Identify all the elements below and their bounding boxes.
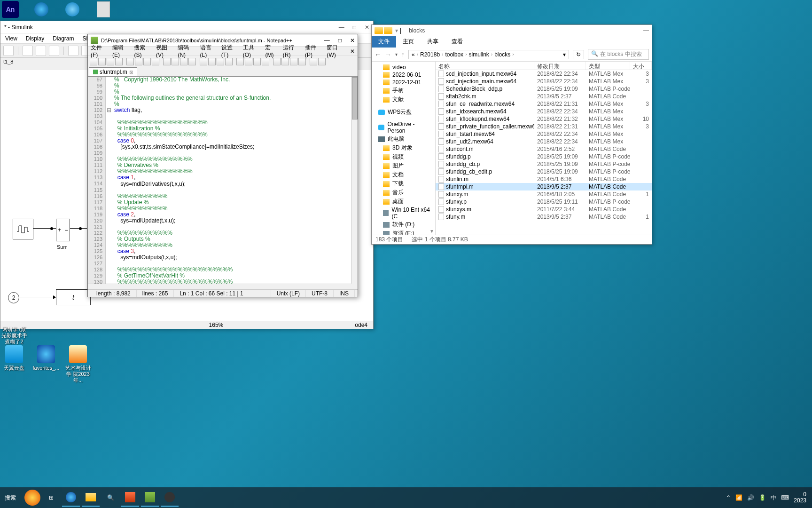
toolbar-button[interactable] xyxy=(163,58,171,65)
toolbar-button[interactable] xyxy=(208,58,216,65)
clock[interactable]: 0 2023 xyxy=(794,492,806,504)
solver-label[interactable]: ode4 xyxy=(355,322,367,328)
simulink-titlebar[interactable]: * - Simulink — □ ✕ xyxy=(0,21,373,33)
ribbon-tab[interactable]: 主页 xyxy=(396,36,421,48)
menu-item[interactable]: 窗口(W) xyxy=(327,44,345,58)
close-tab-icon[interactable]: ⊠ xyxy=(129,70,133,75)
file-row[interactable]: sfun_kflookupnd.mexw642018/8/22 21:32MAT… xyxy=(436,115,652,123)
search-input[interactable]: 🔍在 blocks 中搜索 xyxy=(588,49,649,60)
obs-taskbar-icon[interactable] xyxy=(161,489,179,507)
menu-item[interactable]: 视图(V) xyxy=(156,44,173,58)
desktop-icon-edge[interactable]: favorites_... xyxy=(32,345,60,384)
back-button[interactable]: ← xyxy=(375,51,381,58)
desktop-icon-folder[interactable]: 艺术与设计学 院2023年... xyxy=(64,345,92,384)
menu-item[interactable]: View xyxy=(5,35,17,42)
menu-item[interactable]: 文件(F) xyxy=(91,44,108,58)
signal-generator-block[interactable] xyxy=(13,219,33,239)
sidebar-item[interactable]: 资源 (E:) xyxy=(372,229,435,235)
task-view-icon[interactable]: ⊞ xyxy=(42,489,60,507)
file-row[interactable]: SchedulerBlock_ddg.p2018/5/25 19:09MATLA… xyxy=(436,85,652,93)
sidebar-item[interactable]: 图片 xyxy=(372,161,435,170)
explorer-ribbon-tabs[interactable]: 文件主页共享查看 xyxy=(372,36,652,48)
breadcrumb[interactable]: «›R2018b›toolbox›simulink›blocks›▾ xyxy=(408,50,569,59)
maximize-button[interactable]: □ xyxy=(353,24,356,31)
toolbar-button[interactable] xyxy=(236,58,244,65)
toolbar-button[interactable] xyxy=(115,58,123,65)
recent-button[interactable]: ▾ xyxy=(395,52,398,57)
zoom-level[interactable]: 165% xyxy=(209,322,224,328)
horizontal-scrollbar[interactable] xyxy=(88,284,351,289)
camera-app-icon[interactable] xyxy=(33,1,50,18)
file-row[interactable]: sfun_tstart.mexw642018/8/22 22:34MATLAB … xyxy=(436,130,652,138)
sidebar-item[interactable]: 2022-12-01 xyxy=(372,79,435,86)
menu-item[interactable]: 编辑(E) xyxy=(112,44,130,58)
sidebar-item[interactable]: video xyxy=(372,64,435,71)
toolbar-button[interactable] xyxy=(126,58,134,65)
npp-tabbar[interactable]: sfuntmpl.m ⊠ xyxy=(88,67,358,77)
sidebar-item[interactable]: 2022-06-01 xyxy=(372,71,435,79)
file-row[interactable]: sfunddg_cb_edit.p2018/5/25 19:09MATLAB P… xyxy=(436,168,652,175)
sidebar-item[interactable]: WPS云盘 xyxy=(372,108,435,117)
toolbar-button[interactable] xyxy=(318,58,326,65)
toolbar-button[interactable] xyxy=(245,58,252,65)
file-row[interactable]: sfuntmpl.m2013/9/5 2:37MATLAB Code xyxy=(436,183,652,190)
explorer-sidebar[interactable]: ▼ video2022-06-012022-12-01手柄文献WPS云盘OneD… xyxy=(372,62,436,235)
sidebar-item[interactable]: 3D 对象 xyxy=(372,143,435,152)
notepadpp-taskbar-icon[interactable] xyxy=(141,489,159,507)
save-button[interactable] xyxy=(3,46,14,56)
breadcrumb-item[interactable]: R2018b xyxy=(420,51,440,58)
sidebar-item[interactable]: 文献 xyxy=(372,95,435,104)
battery-icon[interactable]: 🔋 xyxy=(759,494,766,501)
file-row[interactable]: sfun_idxsearch.mexw642018/8/22 22:34MATL… xyxy=(436,108,652,115)
inport-block[interactable]: 2 xyxy=(8,292,19,303)
up-button[interactable] xyxy=(49,46,59,56)
toolbar-button[interactable] xyxy=(90,58,97,65)
close-button[interactable]: ✕ xyxy=(350,37,355,44)
sidebar-item[interactable]: 桌面 xyxy=(372,197,435,206)
menu-item[interactable]: 工具(O) xyxy=(243,44,261,58)
toolbar-button[interactable] xyxy=(217,58,224,65)
menu-item[interactable]: 语言(L) xyxy=(200,44,217,58)
document-icon[interactable] xyxy=(95,1,112,18)
toolbar-button[interactable] xyxy=(253,58,261,65)
wifi-icon[interactable]: 📶 xyxy=(735,494,742,501)
edge-taskbar-icon[interactable] xyxy=(62,489,80,507)
column-headers[interactable]: 名称 修改日期 类型 大小 xyxy=(436,62,652,70)
menu-item[interactable]: 插件(P) xyxy=(305,44,322,58)
file-row[interactable]: sfunddg_cb.p2018/5/25 19:09MATLAB P-code xyxy=(436,160,652,168)
desktop-icon-cloud[interactable]: 天翼云盘 xyxy=(0,345,28,384)
menu-item[interactable]: 宏(M) xyxy=(265,44,278,58)
minimize-button[interactable]: — xyxy=(643,27,649,34)
sidebar-item[interactable]: Win 10 Ent x64 (C xyxy=(372,206,435,220)
menu-item[interactable]: Display xyxy=(26,35,44,42)
t-block[interactable]: t xyxy=(56,289,91,305)
toolbar-button[interactable] xyxy=(135,58,142,65)
toolbar-button[interactable] xyxy=(200,58,207,65)
explorer-file-list[interactable]: 名称 修改日期 类型 大小 scd_injection_input.mexw64… xyxy=(436,62,652,235)
toolbar-button[interactable] xyxy=(225,58,233,65)
explorer-titlebar[interactable]: ▾| blocks — xyxy=(372,25,652,36)
toolbar-button[interactable] xyxy=(98,58,106,65)
vertical-scrollbar[interactable] xyxy=(351,77,358,284)
menu-item[interactable]: 设置(T) xyxy=(221,44,238,58)
taskbar[interactable]: 搜索 ⊞ 🔍 ⌃ 📶 🔊 🔋 中 ⌨ 0 2023 xyxy=(0,487,812,508)
breadcrumb-item[interactable]: simulink xyxy=(468,51,489,58)
breadcrumb-item[interactable]: toolbox xyxy=(445,51,463,58)
toolbar-button[interactable] xyxy=(310,58,317,65)
menu-item[interactable]: Diagram xyxy=(53,35,74,42)
explorer-taskbar-icon[interactable] xyxy=(82,489,100,507)
file-row[interactable]: sfunxys.m2011/7/22 3:44MATLAB Code xyxy=(436,206,652,213)
sidebar-item[interactable]: 软件 (D:) xyxy=(372,220,435,229)
sum-block[interactable]: + − xyxy=(56,219,70,241)
toolbar-button[interactable] xyxy=(298,58,306,65)
toolbar-button[interactable] xyxy=(273,58,281,65)
sidebar-item[interactable]: OneDrive - Person xyxy=(372,120,435,135)
volume-icon[interactable]: 🔊 xyxy=(747,494,754,501)
minimize-button[interactable]: — xyxy=(339,24,344,31)
menu-item[interactable]: 运行(R) xyxy=(283,44,300,58)
file-row[interactable]: scd_injection_main.mexw642018/8/22 22:34… xyxy=(436,78,652,85)
file-row[interactable]: sfun_ce_readwrite.mexw642018/8/22 21:31M… xyxy=(436,100,652,108)
forward-button[interactable]: → xyxy=(385,51,391,58)
sidebar-item[interactable]: 视频 xyxy=(372,152,435,161)
ime-indicator[interactable]: 中 xyxy=(771,494,776,502)
